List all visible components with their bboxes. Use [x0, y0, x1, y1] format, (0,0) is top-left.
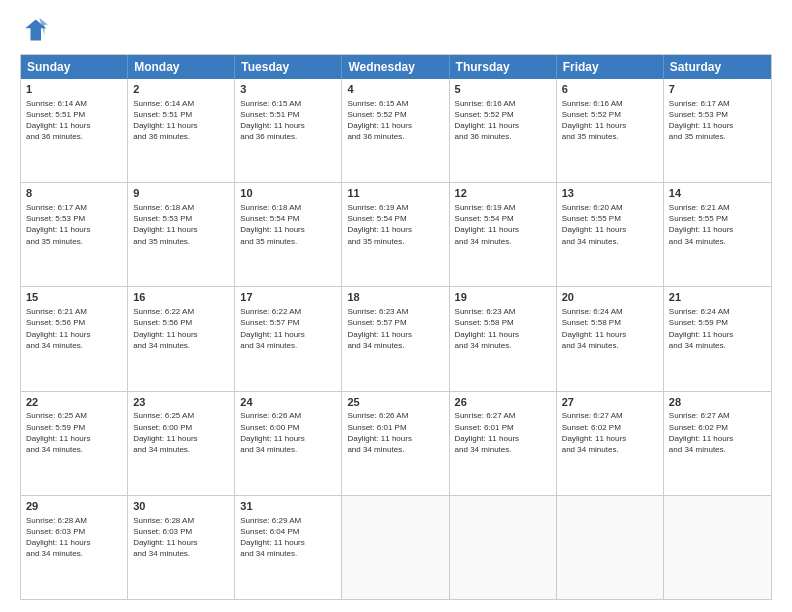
day-info: Sunrise: 6:19 AM Sunset: 5:54 PM Dayligh… [455, 202, 551, 247]
day-number: 13 [562, 186, 658, 201]
cal-cell: 31Sunrise: 6:29 AM Sunset: 6:04 PM Dayli… [235, 496, 342, 599]
cal-cell: 17Sunrise: 6:22 AM Sunset: 5:57 PM Dayli… [235, 287, 342, 390]
day-info: Sunrise: 6:29 AM Sunset: 6:04 PM Dayligh… [240, 515, 336, 560]
day-number: 10 [240, 186, 336, 201]
day-info: Sunrise: 6:18 AM Sunset: 5:53 PM Dayligh… [133, 202, 229, 247]
day-number: 21 [669, 290, 766, 305]
cal-cell: 24Sunrise: 6:26 AM Sunset: 6:00 PM Dayli… [235, 392, 342, 495]
day-info: Sunrise: 6:16 AM Sunset: 5:52 PM Dayligh… [562, 98, 658, 143]
day-number: 9 [133, 186, 229, 201]
day-info: Sunrise: 6:25 AM Sunset: 5:59 PM Dayligh… [26, 410, 122, 455]
cal-cell: 4Sunrise: 6:15 AM Sunset: 5:52 PM Daylig… [342, 79, 449, 182]
cal-cell: 5Sunrise: 6:16 AM Sunset: 5:52 PM Daylig… [450, 79, 557, 182]
day-info: Sunrise: 6:27 AM Sunset: 6:02 PM Dayligh… [669, 410, 766, 455]
cal-cell: 18Sunrise: 6:23 AM Sunset: 5:57 PM Dayli… [342, 287, 449, 390]
cal-cell: 6Sunrise: 6:16 AM Sunset: 5:52 PM Daylig… [557, 79, 664, 182]
calendar: SundayMondayTuesdayWednesdayThursdayFrid… [20, 54, 772, 600]
cal-cell [342, 496, 449, 599]
cal-cell: 9Sunrise: 6:18 AM Sunset: 5:53 PM Daylig… [128, 183, 235, 286]
cal-cell: 2Sunrise: 6:14 AM Sunset: 5:51 PM Daylig… [128, 79, 235, 182]
day-number: 3 [240, 82, 336, 97]
day-number: 22 [26, 395, 122, 410]
cal-cell: 28Sunrise: 6:27 AM Sunset: 6:02 PM Dayli… [664, 392, 771, 495]
day-info: Sunrise: 6:27 AM Sunset: 6:01 PM Dayligh… [455, 410, 551, 455]
cal-cell: 23Sunrise: 6:25 AM Sunset: 6:00 PM Dayli… [128, 392, 235, 495]
cal-cell [450, 496, 557, 599]
day-info: Sunrise: 6:21 AM Sunset: 5:56 PM Dayligh… [26, 306, 122, 351]
cal-header-saturday: Saturday [664, 55, 771, 79]
day-number: 24 [240, 395, 336, 410]
day-number: 18 [347, 290, 443, 305]
day-info: Sunrise: 6:28 AM Sunset: 6:03 PM Dayligh… [26, 515, 122, 560]
day-info: Sunrise: 6:18 AM Sunset: 5:54 PM Dayligh… [240, 202, 336, 247]
day-number: 11 [347, 186, 443, 201]
day-number: 4 [347, 82, 443, 97]
day-number: 6 [562, 82, 658, 97]
day-number: 28 [669, 395, 766, 410]
cal-cell: 14Sunrise: 6:21 AM Sunset: 5:55 PM Dayli… [664, 183, 771, 286]
day-info: Sunrise: 6:24 AM Sunset: 5:59 PM Dayligh… [669, 306, 766, 351]
day-number: 12 [455, 186, 551, 201]
cal-cell: 30Sunrise: 6:28 AM Sunset: 6:03 PM Dayli… [128, 496, 235, 599]
cal-cell: 1Sunrise: 6:14 AM Sunset: 5:51 PM Daylig… [21, 79, 128, 182]
day-info: Sunrise: 6:19 AM Sunset: 5:54 PM Dayligh… [347, 202, 443, 247]
cal-header-thursday: Thursday [450, 55, 557, 79]
cal-week-3: 15Sunrise: 6:21 AM Sunset: 5:56 PM Dayli… [21, 286, 771, 390]
cal-cell: 7Sunrise: 6:17 AM Sunset: 5:53 PM Daylig… [664, 79, 771, 182]
cal-week-2: 8Sunrise: 6:17 AM Sunset: 5:53 PM Daylig… [21, 182, 771, 286]
day-info: Sunrise: 6:22 AM Sunset: 5:56 PM Dayligh… [133, 306, 229, 351]
day-info: Sunrise: 6:15 AM Sunset: 5:51 PM Dayligh… [240, 98, 336, 143]
day-number: 25 [347, 395, 443, 410]
day-number: 17 [240, 290, 336, 305]
day-number: 16 [133, 290, 229, 305]
cal-cell: 29Sunrise: 6:28 AM Sunset: 6:03 PM Dayli… [21, 496, 128, 599]
cal-week-5: 29Sunrise: 6:28 AM Sunset: 6:03 PM Dayli… [21, 495, 771, 599]
cal-cell: 20Sunrise: 6:24 AM Sunset: 5:58 PM Dayli… [557, 287, 664, 390]
day-info: Sunrise: 6:17 AM Sunset: 5:53 PM Dayligh… [26, 202, 122, 247]
day-info: Sunrise: 6:24 AM Sunset: 5:58 PM Dayligh… [562, 306, 658, 351]
cal-header-wednesday: Wednesday [342, 55, 449, 79]
day-info: Sunrise: 6:17 AM Sunset: 5:53 PM Dayligh… [669, 98, 766, 143]
day-info: Sunrise: 6:28 AM Sunset: 6:03 PM Dayligh… [133, 515, 229, 560]
day-number: 29 [26, 499, 122, 514]
day-number: 23 [133, 395, 229, 410]
cal-week-1: 1Sunrise: 6:14 AM Sunset: 5:51 PM Daylig… [21, 79, 771, 182]
day-info: Sunrise: 6:26 AM Sunset: 6:01 PM Dayligh… [347, 410, 443, 455]
day-number: 26 [455, 395, 551, 410]
day-info: Sunrise: 6:14 AM Sunset: 5:51 PM Dayligh… [133, 98, 229, 143]
day-number: 31 [240, 499, 336, 514]
day-number: 30 [133, 499, 229, 514]
page: SundayMondayTuesdayWednesdayThursdayFrid… [0, 0, 792, 612]
day-number: 1 [26, 82, 122, 97]
day-number: 8 [26, 186, 122, 201]
day-number: 19 [455, 290, 551, 305]
cal-cell: 19Sunrise: 6:23 AM Sunset: 5:58 PM Dayli… [450, 287, 557, 390]
cal-cell: 10Sunrise: 6:18 AM Sunset: 5:54 PM Dayli… [235, 183, 342, 286]
day-info: Sunrise: 6:14 AM Sunset: 5:51 PM Dayligh… [26, 98, 122, 143]
day-info: Sunrise: 6:20 AM Sunset: 5:55 PM Dayligh… [562, 202, 658, 247]
cal-cell: 25Sunrise: 6:26 AM Sunset: 6:01 PM Dayli… [342, 392, 449, 495]
cal-cell: 3Sunrise: 6:15 AM Sunset: 5:51 PM Daylig… [235, 79, 342, 182]
day-info: Sunrise: 6:22 AM Sunset: 5:57 PM Dayligh… [240, 306, 336, 351]
cal-cell: 15Sunrise: 6:21 AM Sunset: 5:56 PM Dayli… [21, 287, 128, 390]
day-info: Sunrise: 6:25 AM Sunset: 6:00 PM Dayligh… [133, 410, 229, 455]
header [20, 16, 772, 44]
cal-cell: 26Sunrise: 6:27 AM Sunset: 6:01 PM Dayli… [450, 392, 557, 495]
cal-cell: 13Sunrise: 6:20 AM Sunset: 5:55 PM Dayli… [557, 183, 664, 286]
day-number: 27 [562, 395, 658, 410]
day-info: Sunrise: 6:15 AM Sunset: 5:52 PM Dayligh… [347, 98, 443, 143]
day-number: 2 [133, 82, 229, 97]
cal-header-monday: Monday [128, 55, 235, 79]
cal-header-sunday: Sunday [21, 55, 128, 79]
day-info: Sunrise: 6:23 AM Sunset: 5:58 PM Dayligh… [455, 306, 551, 351]
day-info: Sunrise: 6:27 AM Sunset: 6:02 PM Dayligh… [562, 410, 658, 455]
cal-cell [664, 496, 771, 599]
cal-cell: 16Sunrise: 6:22 AM Sunset: 5:56 PM Dayli… [128, 287, 235, 390]
calendar-header: SundayMondayTuesdayWednesdayThursdayFrid… [21, 55, 771, 79]
day-info: Sunrise: 6:26 AM Sunset: 6:00 PM Dayligh… [240, 410, 336, 455]
day-info: Sunrise: 6:23 AM Sunset: 5:57 PM Dayligh… [347, 306, 443, 351]
cal-cell: 12Sunrise: 6:19 AM Sunset: 5:54 PM Dayli… [450, 183, 557, 286]
day-info: Sunrise: 6:16 AM Sunset: 5:52 PM Dayligh… [455, 98, 551, 143]
day-info: Sunrise: 6:21 AM Sunset: 5:55 PM Dayligh… [669, 202, 766, 247]
day-number: 14 [669, 186, 766, 201]
